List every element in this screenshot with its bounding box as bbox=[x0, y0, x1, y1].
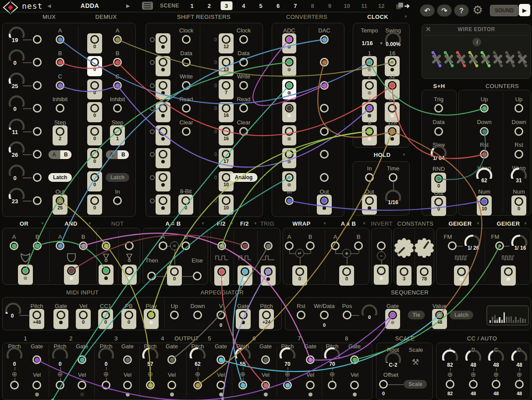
gate-port[interactable] bbox=[78, 355, 86, 364]
seq-value-port[interactable]: 48 bbox=[432, 309, 447, 329]
wire-editor-wire-icon[interactable] bbox=[492, 50, 504, 68]
input-port[interactable] bbox=[33, 173, 42, 182]
sr2-write-port[interactable] bbox=[239, 81, 248, 90]
input-knob[interactable] bbox=[6, 163, 27, 176]
dropdown-arrow-icon[interactable]: ▼ bbox=[254, 221, 258, 226]
gate-port[interactable] bbox=[32, 355, 41, 364]
mux-out-port[interactable]: 25 bbox=[53, 195, 67, 215]
pitch-knob[interactable] bbox=[277, 346, 298, 358]
sr1-clear-port[interactable] bbox=[182, 127, 191, 136]
scene-tab-8[interactable]: 8 bbox=[307, 1, 319, 10]
adc-bit-port[interactable] bbox=[282, 148, 296, 168]
sr2-stage-port[interactable]: 17 bbox=[219, 148, 234, 168]
demux-output-port[interactable]: 0 bbox=[87, 148, 102, 168]
midi-play-port[interactable] bbox=[144, 309, 159, 329]
mux-a-port[interactable] bbox=[56, 35, 64, 44]
demux-output-port[interactable]: 0 bbox=[87, 33, 102, 53]
offset-port[interactable] bbox=[379, 380, 388, 389]
cc-port[interactable] bbox=[469, 380, 478, 389]
adc-bit-port[interactable] bbox=[282, 56, 296, 76]
demux-output-port[interactable]: 0 bbox=[87, 56, 102, 76]
midi-gate-port[interactable] bbox=[53, 309, 68, 329]
sound-button[interactable]: SOUND bbox=[490, 5, 518, 16]
copy-scene-icon[interactable] bbox=[395, 2, 411, 11]
and-out-port[interactable] bbox=[64, 265, 79, 285]
demux-a-port[interactable] bbox=[113, 35, 122, 44]
root-knob[interactable] bbox=[383, 350, 404, 363]
sr1-tap-port[interactable] bbox=[150, 37, 155, 42]
sh-out-port[interactable]: 0 bbox=[431, 196, 446, 216]
or-out-port[interactable] bbox=[18, 265, 33, 285]
counter-up-port[interactable] bbox=[480, 104, 489, 113]
vel-port[interactable] bbox=[306, 381, 315, 389]
scene-tab-12[interactable]: 12 bbox=[376, 1, 387, 10]
pitch-cv-port[interactable] bbox=[102, 381, 110, 389]
counter-down-port[interactable] bbox=[514, 127, 523, 136]
seq-pos-port[interactable] bbox=[343, 311, 351, 319]
wire-editor-wire-icon[interactable] bbox=[504, 50, 516, 68]
arp-up-port[interactable] bbox=[170, 311, 179, 319]
scene-tab-6[interactable]: 6 bbox=[272, 1, 284, 10]
sr1-stage-port[interactable] bbox=[156, 102, 170, 122]
vel-port[interactable] bbox=[32, 381, 41, 389]
then-port[interactable] bbox=[147, 272, 156, 280]
sr1-tap-port[interactable] bbox=[150, 106, 155, 111]
trig-out-port[interactable] bbox=[261, 265, 276, 286]
sr2-stage-port[interactable]: 16 bbox=[219, 102, 234, 122]
midi-knob[interactable] bbox=[3, 301, 24, 314]
counter-up-port[interactable] bbox=[514, 104, 523, 113]
hold-out-port[interactable] bbox=[362, 195, 377, 215]
pitch-knob[interactable] bbox=[4, 346, 25, 358]
port[interactable] bbox=[331, 241, 340, 250]
gate-port[interactable] bbox=[123, 355, 132, 364]
seq-wrdata-port[interactable] bbox=[320, 311, 329, 319]
wire-editor-wire-icon[interactable] bbox=[443, 50, 454, 68]
clock-div-port[interactable] bbox=[385, 125, 400, 145]
dac-bit-port[interactable] bbox=[320, 150, 329, 159]
pitch-knob[interactable] bbox=[187, 346, 208, 358]
sr1-stage-port[interactable] bbox=[156, 125, 170, 145]
preset-prev-button[interactable]: ◀ bbox=[47, 3, 51, 9]
sr1-tap-port[interactable] bbox=[150, 60, 155, 65]
vel-port[interactable] bbox=[167, 381, 176, 389]
dac-bit-port[interactable] bbox=[320, 173, 329, 182]
cc-knob[interactable] bbox=[509, 348, 530, 361]
mux-step-port[interactable]: 2 bbox=[53, 125, 67, 145]
dac-bit-port[interactable] bbox=[320, 81, 329, 90]
else-port[interactable] bbox=[193, 272, 202, 280]
scene-tab-7[interactable]: 7 bbox=[289, 1, 301, 10]
sequencer-step-display[interactable] bbox=[486, 305, 529, 326]
wire-editor-wire-icon[interactable] bbox=[480, 50, 491, 68]
geiger-out-port[interactable] bbox=[501, 265, 516, 286]
vel-port[interactable] bbox=[261, 381, 270, 389]
sr1-tap-port[interactable] bbox=[150, 152, 155, 157]
vel-port[interactable] bbox=[350, 381, 359, 389]
dac-bit-port[interactable] bbox=[320, 58, 329, 67]
demux-inhibit-port[interactable] bbox=[113, 104, 122, 113]
arp-gate-port[interactable] bbox=[236, 309, 251, 329]
sr1-read-port[interactable] bbox=[182, 104, 191, 113]
arp-down-port[interactable] bbox=[193, 311, 202, 319]
hold-time-knob[interactable] bbox=[383, 188, 404, 201]
wire-editor-wire-icon[interactable] bbox=[431, 50, 442, 68]
gate-port[interactable] bbox=[216, 355, 225, 364]
port[interactable] bbox=[217, 241, 226, 250]
sr1-stage-port[interactable] bbox=[156, 148, 170, 168]
demux-output-port[interactable]: 0 bbox=[87, 125, 102, 145]
cc-port[interactable] bbox=[515, 380, 524, 389]
counter-rst-port[interactable] bbox=[514, 150, 523, 159]
sr2-stage-port[interactable]: 12 bbox=[219, 33, 234, 53]
gate-port[interactable] bbox=[306, 355, 315, 364]
sr1-tap-port[interactable] bbox=[150, 129, 155, 134]
mux-b-port[interactable] bbox=[56, 58, 64, 67]
dac-bit-port[interactable] bbox=[320, 127, 329, 136]
pitch-cv-port[interactable] bbox=[193, 381, 202, 389]
demux-c-port[interactable] bbox=[113, 81, 122, 90]
redo-button[interactable]: ↷ bbox=[437, 5, 452, 17]
cc-knob[interactable] bbox=[486, 348, 507, 361]
sh-data-port[interactable] bbox=[434, 127, 443, 136]
port[interactable] bbox=[264, 241, 273, 250]
scene-tab-1[interactable]: 1 bbox=[186, 1, 198, 10]
adc-bit-port[interactable] bbox=[282, 125, 296, 145]
demux-output-port[interactable]: 0 bbox=[87, 79, 102, 99]
